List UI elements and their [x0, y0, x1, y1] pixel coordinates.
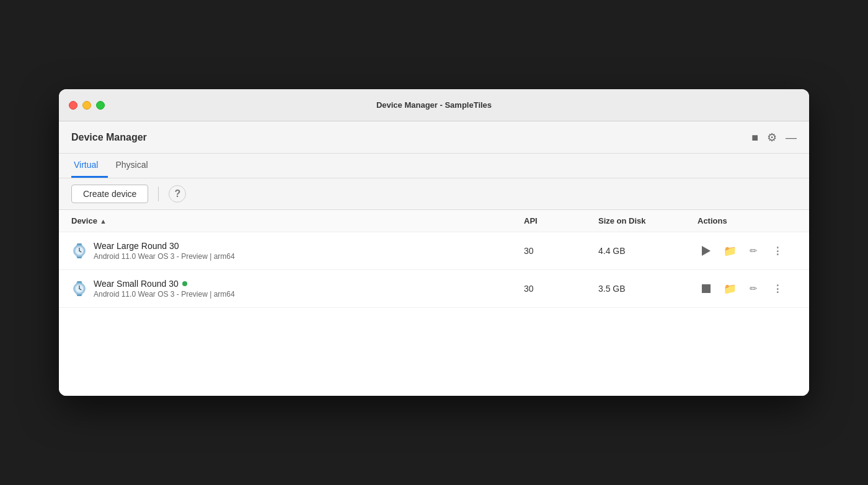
app-window: Device Manager - SampleTiles Device Mana… [59, 89, 809, 396]
size-cell: 3.5 GB [598, 284, 698, 294]
more-button[interactable]: ⋮ [768, 242, 786, 260]
play-button[interactable] [698, 242, 715, 260]
device-subtitle: Android 11.0 Wear OS 3 - Preview | arm64 [94, 252, 235, 261]
svg-rect-7 [77, 257, 81, 258]
window-title: Device Manager - SampleTiles [376, 100, 492, 110]
tab-physical[interactable]: Physical [113, 154, 157, 178]
toolbar: Device Manager ■ ⚙ — [59, 121, 809, 154]
edit-button[interactable]: ✏ [745, 242, 762, 260]
running-indicator [182, 281, 187, 286]
actions-cell: 📁 ✏ ⋮ [698, 280, 797, 297]
folder-icon: 📁 [724, 282, 737, 295]
folder-button[interactable]: 📁 [721, 242, 738, 260]
api-cell: 30 [524, 246, 598, 256]
device-cell: Wear Large Round 30 Android 11.0 Wear OS… [71, 241, 524, 261]
edit-button[interactable]: ✏ [745, 280, 762, 297]
table-row: Wear Small Round 30 Android 11.0 Wear OS… [59, 270, 809, 308]
settings-icon[interactable]: ⚙ [767, 132, 777, 143]
panel-layout-icon[interactable]: ■ [751, 132, 758, 143]
folder-icon: 📁 [724, 245, 737, 258]
table-row: Wear Large Round 30 Android 11.0 Wear OS… [59, 232, 809, 270]
action-bar: Create device ? [59, 178, 809, 210]
close-button[interactable] [69, 101, 78, 110]
more-button[interactable]: ⋮ [768, 280, 786, 297]
traffic-lights [69, 101, 105, 110]
maximize-button[interactable] [96, 101, 105, 110]
create-device-button[interactable]: Create device [71, 185, 148, 203]
more-icon: ⋮ [773, 245, 782, 257]
toolbar-actions: ■ ⚙ — [751, 132, 797, 143]
tabs-bar: Virtual Physical [59, 154, 809, 178]
title-bar: Device Manager - SampleTiles [59, 89, 809, 121]
size-cell: 4.4 GB [598, 246, 698, 256]
more-icon: ⋮ [773, 283, 782, 295]
divider [158, 186, 159, 201]
device-info: Wear Large Round 30 Android 11.0 Wear OS… [94, 241, 235, 261]
sort-arrow-icon[interactable]: ▲ [100, 217, 107, 225]
watch-icon [71, 281, 87, 297]
api-cell: 30 [524, 284, 598, 294]
svg-rect-14 [77, 281, 81, 282]
device-name: Wear Small Round 30 [94, 279, 235, 289]
svg-rect-15 [77, 295, 81, 296]
device-cell: Wear Small Round 30 Android 11.0 Wear OS… [71, 279, 524, 299]
svg-rect-6 [77, 243, 81, 245]
folder-button[interactable]: 📁 [721, 280, 738, 297]
minimize-button[interactable] [82, 101, 91, 110]
edit-icon: ✏ [750, 283, 758, 294]
device-table: Device ▲ API Size on Disk Actions [59, 210, 809, 396]
minimize-window-icon[interactable]: — [786, 132, 797, 143]
help-button[interactable]: ? [169, 185, 186, 203]
col-header-device: Device ▲ [71, 216, 524, 225]
table-header: Device ▲ API Size on Disk Actions [59, 210, 809, 232]
stop-button[interactable] [698, 280, 715, 297]
toolbar-title: Device Manager [71, 132, 147, 143]
stop-icon [702, 284, 711, 293]
actions-cell: 📁 ✏ ⋮ [698, 242, 797, 260]
device-name: Wear Large Round 30 [94, 241, 235, 251]
device-info: Wear Small Round 30 Android 11.0 Wear OS… [94, 279, 235, 299]
col-header-actions: Actions [698, 216, 797, 225]
device-subtitle: Android 11.0 Wear OS 3 - Preview | arm64 [94, 290, 235, 299]
play-icon [702, 246, 711, 256]
watch-icon [71, 243, 87, 259]
edit-icon: ✏ [750, 245, 758, 256]
col-header-size: Size on Disk [598, 216, 698, 225]
col-header-api: API [524, 216, 598, 225]
tab-virtual[interactable]: Virtual [71, 154, 108, 178]
